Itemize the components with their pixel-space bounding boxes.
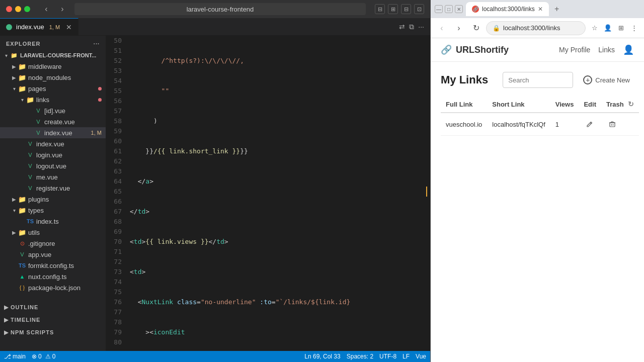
status-eol[interactable]: LF xyxy=(403,353,410,360)
timeline-section[interactable]: ▶ TIMELINE xyxy=(0,314,106,326)
browser-tab-active[interactable]: 🔗 localhost:3000/links ✕ xyxy=(466,2,549,16)
layout2-btn[interactable]: ⊟ xyxy=(401,4,411,14)
forward-button[interactable]: › xyxy=(55,4,69,15)
links-table: Full Link Short Link Views Edit Trash ↻ xyxy=(441,96,639,136)
browser-forward-btn[interactable]: › xyxy=(452,21,466,35)
title-bar: ‹ › laravel-course-frontend ⊟ ⊞ ⊟ ⊡ xyxy=(0,0,430,18)
browser-area: — □ ✕ 🔗 localhost:3000/links ✕ + ‹ › ↻ 🔒… xyxy=(430,0,644,362)
code-lines: /^http(s?):\/\/\/\//, "" ) }}/{{ link.sh… xyxy=(126,36,423,351)
status-line-col[interactable]: Ln 69, Col 33 xyxy=(304,353,340,360)
sidebar-label-nuxt-config: nuxt.config.ts xyxy=(28,273,106,281)
my-profile-link[interactable]: My Profile xyxy=(559,46,590,54)
status-spaces[interactable]: Spaces: 2 xyxy=(347,353,373,360)
sidebar-item-logout-vue[interactable]: V logout.vue xyxy=(0,160,106,171)
window-address-bar[interactable]: laravel-course-frontend xyxy=(74,3,366,15)
sidebar-item-index-vue-root[interactable]: V index.vue xyxy=(0,138,106,149)
browser-maximize-btn[interactable]: □ xyxy=(445,5,453,13)
cell-short-link: localhost/fqTKclQf xyxy=(487,113,550,136)
status-language[interactable]: Vue xyxy=(416,353,426,360)
edit-icon[interactable] xyxy=(584,118,596,130)
cell-trash xyxy=(601,113,639,136)
sidebar-item-links[interactable]: ▾ 📁 links xyxy=(0,94,106,105)
folder-icon: 📁 xyxy=(18,73,26,81)
language-text: Vue xyxy=(416,353,426,360)
sidebar-item-utils[interactable]: ▶ 📁 utils xyxy=(0,227,106,238)
browser-back-btn[interactable]: ‹ xyxy=(435,21,449,35)
status-errors[interactable]: ⊗ 0 ⚠ 0 xyxy=(32,353,55,360)
sidebar-item-create-vue[interactable]: V create.vue xyxy=(0,116,106,127)
fullscreen-traffic-light[interactable] xyxy=(24,6,30,12)
sidebar-item-formkit[interactable]: TS formkit.config.ts xyxy=(0,260,106,271)
profile-btn[interactable]: 👤 xyxy=(602,22,614,34)
links-nav-link[interactable]: Links xyxy=(598,46,615,54)
sidebar-label-links: links xyxy=(36,96,98,104)
arrow-icon: ▶ xyxy=(10,75,18,80)
sidebar-item-node-modules[interactable]: ▶ 📁 node_modules xyxy=(0,72,106,83)
sidebar-more-btn[interactable]: ··· xyxy=(94,41,100,47)
extensions-btn[interactable]: ⊞ xyxy=(615,22,627,34)
bookmark-btn[interactable]: ☆ xyxy=(589,22,601,34)
sidebar-item-root[interactable]: ▾ 📁 LARAVEL-COURSE-FRONT... xyxy=(0,50,106,61)
sidebar-item-gitignore[interactable]: ⊙ .gitignore xyxy=(0,238,106,249)
browser-menu-btn[interactable]: ⋮ xyxy=(628,22,640,34)
browser-new-tab-btn[interactable]: + xyxy=(551,3,563,15)
sidebar-label-register-vue: register.vue xyxy=(36,185,106,192)
layout-btn[interactable]: ⊞ xyxy=(388,4,398,14)
browser-close-btn[interactable]: ✕ xyxy=(455,5,463,13)
browser-tab-close-btn[interactable]: ✕ xyxy=(538,6,543,13)
user-icon[interactable]: 👤 xyxy=(623,44,634,55)
browser-address-text: localhost:3000/links xyxy=(503,24,579,32)
browser-minimize-btn[interactable]: — xyxy=(435,5,443,13)
split-editor-toolbar-btn[interactable]: ⇄ xyxy=(399,23,405,31)
scrollbar[interactable] xyxy=(423,36,430,351)
search-input[interactable] xyxy=(503,72,573,88)
tab-close-button[interactable]: ✕ xyxy=(66,23,72,31)
vue-icon: V xyxy=(26,162,34,170)
sidebar-item-register-vue[interactable]: V register.vue xyxy=(0,183,106,194)
npm-scripts-section[interactable]: ▶ NPM SCRIPTS xyxy=(0,326,106,339)
code-line-55: </td> xyxy=(126,207,423,217)
arrow-icon: ▾ xyxy=(10,208,18,213)
browser-window-buttons: — □ ✕ xyxy=(435,5,463,13)
code-line-59: ><iconEdit xyxy=(126,327,423,337)
close-traffic-light[interactable] xyxy=(6,6,12,12)
browser-nav: ‹ › ↻ 🔒 localhost:3000/links ☆ 👤 ⊞ ⋮ xyxy=(431,18,644,38)
refresh-icon[interactable]: ↻ xyxy=(628,100,634,108)
sidebar-item-login-vue[interactable]: V login.vue xyxy=(0,149,106,160)
sidebar-item-id-vue[interactable]: V [id].vue xyxy=(0,105,106,116)
back-button[interactable]: ‹ xyxy=(39,4,53,15)
sidebar-item-index-ts[interactable]: TS index.ts xyxy=(0,216,106,227)
create-new-label: Create New xyxy=(595,76,630,84)
layout-toolbar-btn[interactable]: ⧉ xyxy=(409,23,414,31)
arrow-icon: ▾ xyxy=(10,86,18,92)
code-editor[interactable]: 5051525354 5556575859 6061626364 6566676… xyxy=(106,36,430,351)
sidebar-item-nuxt-config[interactable]: ▲ nuxt.config.ts xyxy=(0,271,106,282)
trash-icon[interactable] xyxy=(606,118,618,130)
sidebar-item-package-lock[interactable]: { } package-lock.json xyxy=(0,282,106,293)
split-editor-btn[interactable]: ⊟ xyxy=(375,4,385,14)
layout3-btn[interactable]: ⊡ xyxy=(414,4,424,14)
sidebar-label-plugins: plugins xyxy=(28,196,106,203)
warning-count: 0 xyxy=(52,353,56,360)
create-new-button[interactable]: + Create New xyxy=(579,73,634,86)
app-header: 🔗 URLShortify My Profile Links 👤 xyxy=(431,38,644,62)
browser-address-bar[interactable]: 🔒 localhost:3000/links xyxy=(486,21,586,35)
timeline-label: ▶ TIMELINE xyxy=(4,317,40,323)
status-branch[interactable]: ⎇ main xyxy=(4,353,26,360)
browser-refresh-btn[interactable]: ↻ xyxy=(469,21,483,35)
minimize-traffic-light[interactable] xyxy=(15,6,21,12)
short-link-value: localhost/fqTKclQf xyxy=(492,121,545,128)
more-actions-btn[interactable]: ··· xyxy=(418,23,424,31)
status-encoding[interactable]: UTF-8 xyxy=(379,353,396,360)
sidebar-item-plugins[interactable]: ▶ 📁 plugins xyxy=(0,194,106,205)
sidebar-item-types[interactable]: ▾ 📁 types xyxy=(0,205,106,216)
sidebar-item-index-vue-active[interactable]: V index.vue 1, M xyxy=(0,127,106,138)
tab-index-vue[interactable]: index.vue 1, M ✕ xyxy=(0,18,78,36)
plus-circle-icon: + xyxy=(583,75,592,84)
outline-section[interactable]: ▶ OUTLINE xyxy=(0,301,106,314)
sidebar-item-middleware[interactable]: ▶ 📁 middleware xyxy=(0,61,106,72)
sidebar-item-me-vue[interactable]: V me.vue xyxy=(0,171,106,183)
browser-tab-favicon: 🔗 xyxy=(472,6,479,13)
sidebar-item-app-vue[interactable]: V app.vue xyxy=(0,249,106,260)
sidebar-item-pages[interactable]: ▾ 📁 pages xyxy=(0,83,106,94)
